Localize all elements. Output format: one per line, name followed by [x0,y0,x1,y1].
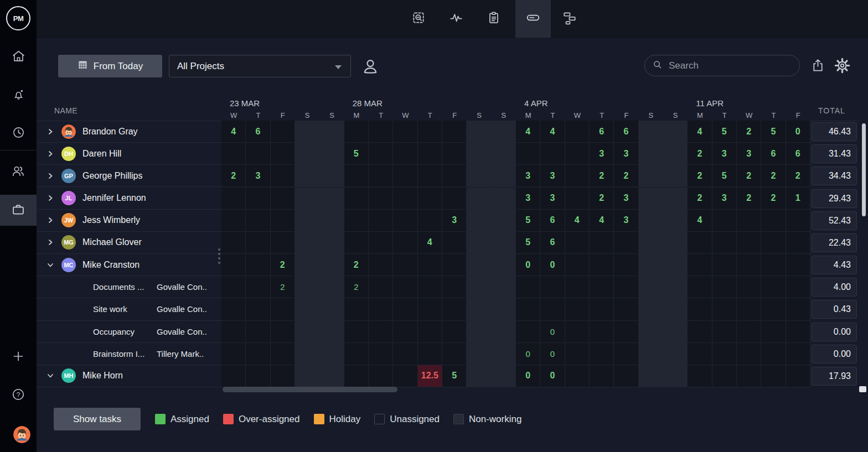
day-cell[interactable] [639,298,663,320]
day-cell[interactable]: 2 [271,276,295,298]
day-cell[interactable] [492,298,516,320]
day-cell[interactable] [639,254,663,276]
day-cell[interactable] [418,276,442,298]
day-cell[interactable] [467,321,491,343]
day-cell[interactable]: 0 [516,343,540,365]
day-cell[interactable] [786,321,810,343]
chevron-right-icon[interactable] [46,128,54,136]
vertical-scrollbar[interactable] [862,123,866,216]
day-cell[interactable] [614,298,638,320]
person-row[interactable]: GPGeorge Phillips [37,165,221,187]
day-cell[interactable] [344,298,369,320]
day-cell[interactable] [737,298,761,320]
day-cell[interactable]: 2 [344,276,369,298]
sidebar-item-time[interactable] [0,122,37,144]
day-cell[interactable] [393,254,417,276]
day-cell[interactable] [663,254,688,276]
day-cell[interactable] [295,298,319,320]
person-row[interactable]: MHMike Horn [37,365,221,387]
export-button[interactable] [810,57,825,76]
day-cell[interactable] [737,232,761,254]
day-cell[interactable]: 3 [712,188,737,210]
day-cell[interactable] [467,343,491,365]
day-cell[interactable]: 6 [540,232,565,254]
day-cell[interactable] [393,298,417,320]
day-cell[interactable] [369,343,393,365]
day-cell[interactable] [565,365,590,387]
day-cell[interactable] [369,121,393,143]
day-cell[interactable] [246,210,270,232]
day-cell[interactable] [221,321,246,343]
day-cell[interactable] [467,254,491,276]
day-cell[interactable]: 3 [614,188,638,210]
day-cell[interactable] [761,365,786,387]
day-cell[interactable] [565,321,590,343]
day-cell[interactable] [221,188,246,210]
day-cell[interactable] [786,254,810,276]
day-cell[interactable]: 4 [516,121,540,143]
day-cell[interactable]: 12.5 [418,365,442,387]
day-cell[interactable]: 0 [516,365,540,387]
day-cell[interactable]: 6 [590,121,614,143]
sidebar-item-team[interactable] [0,161,37,183]
day-cell[interactable] [271,121,295,143]
day-cell[interactable] [540,298,565,320]
day-cell[interactable] [246,254,270,276]
day-cell[interactable] [221,232,246,254]
day-cell[interactable] [614,276,638,298]
day-cell[interactable] [786,298,810,320]
day-cell[interactable] [393,121,417,143]
day-cell[interactable] [614,232,638,254]
day-cell[interactable] [319,165,344,187]
day-cell[interactable] [295,232,319,254]
day-cell[interactable] [418,188,442,210]
task-row[interactable]: Brainstorm I...Tillery Mark.. [37,343,221,365]
day-cell[interactable] [688,343,712,365]
day-cell[interactable] [442,188,467,210]
chevron-right-icon[interactable] [46,194,54,202]
day-cell[interactable]: 5 [761,121,786,143]
day-cell[interactable] [418,254,442,276]
day-cell[interactable] [344,165,369,187]
day-cell[interactable] [442,121,467,143]
day-cell[interactable]: 2 [221,165,246,187]
day-cell[interactable]: 2 [590,165,614,187]
profile-avatar[interactable] [0,423,37,445]
sidebar-item-work[interactable] [0,199,37,221]
chevron-down-icon[interactable] [46,261,54,269]
day-cell[interactable] [639,343,663,365]
day-cell[interactable] [688,232,712,254]
day-cell[interactable]: 2 [737,121,761,143]
day-cell[interactable]: 3 [540,188,565,210]
day-cell[interactable] [442,143,467,165]
day-cell[interactable] [737,343,761,365]
day-cell[interactable] [492,321,516,343]
day-cell[interactable]: 6 [540,210,565,232]
day-cell[interactable] [737,276,761,298]
day-cell[interactable] [295,276,319,298]
day-cell[interactable] [319,121,344,143]
sidebar-item-help[interactable]: ? [0,385,37,407]
day-cell[interactable]: 1 [786,188,810,210]
day-cell[interactable] [492,365,516,387]
day-cell[interactable] [221,254,246,276]
day-cell[interactable] [565,343,590,365]
day-cell[interactable] [319,210,344,232]
day-cell[interactable] [639,276,663,298]
tab-workload[interactable] [515,0,551,38]
day-cell[interactable] [369,188,393,210]
tab-portfolio[interactable] [552,0,587,38]
day-cell[interactable] [492,121,516,143]
day-cell[interactable]: 4 [688,210,712,232]
day-cell[interactable] [418,298,442,320]
day-cell[interactable] [418,343,442,365]
day-cell[interactable] [467,276,491,298]
day-cell[interactable]: 3 [590,143,614,165]
day-cell[interactable]: 5 [442,365,467,387]
day-cell[interactable] [319,321,344,343]
day-cell[interactable]: 0 [516,254,540,276]
pm-logo[interactable]: PM [6,6,30,30]
day-cell[interactable] [565,254,590,276]
day-cell[interactable] [761,254,786,276]
day-cell[interactable]: 0 [540,343,565,365]
